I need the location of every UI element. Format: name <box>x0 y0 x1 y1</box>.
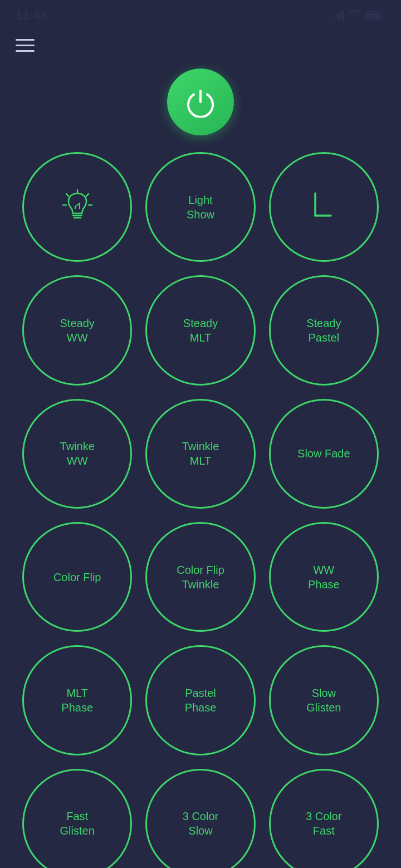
3-color-slow-button[interactable]: 3 ColorSlow <box>145 769 255 868</box>
light-show-label: LightShow <box>187 193 214 222</box>
slow-fade-label: Slow Fade <box>297 446 350 461</box>
bulb-button[interactable] <box>22 152 132 262</box>
3-color-slow-label: 3 ColorSlow <box>183 809 218 838</box>
fast-glisten-button[interactable]: FastGlisten <box>22 769 132 868</box>
bulb-icon <box>61 188 94 227</box>
3-color-fast-button[interactable]: 3 ColorFast <box>269 769 379 868</box>
ww-phase-label: WWPhase <box>308 563 340 592</box>
steady-ww-label: SteadyWW <box>60 316 95 345</box>
3-color-fast-label: 3 ColorFast <box>306 809 341 838</box>
fast-glisten-label: FastGlisten <box>60 809 95 838</box>
twinkle-ww-button[interactable]: TwinkeWW <box>22 399 132 509</box>
twinkle-mlt-label: TwinkleMLT <box>182 439 219 468</box>
status-time: 11:48 <box>16 8 47 23</box>
light-show-button[interactable]: LightShow <box>145 152 255 262</box>
clock-icon <box>304 188 343 227</box>
slow-glisten-button[interactable]: SlowGlisten <box>269 645 379 755</box>
wifi-icon <box>349 10 361 22</box>
steady-ww-button[interactable]: SteadyWW <box>22 275 132 385</box>
button-grid: LightShow SteadyWW SteadyMLT SteadyPaste… <box>0 152 401 868</box>
status-bar: 11:48 <box>0 0 401 28</box>
status-icons <box>330 10 385 22</box>
color-flip-twinkle-label: Color FlipTwinkle <box>177 563 224 592</box>
slow-glisten-label: SlowGlisten <box>306 686 341 715</box>
pastel-phase-label: PastelPhase <box>185 686 217 715</box>
mlt-phase-label: MLTPhase <box>61 686 93 715</box>
signal-icon <box>330 11 344 21</box>
svg-line-2 <box>86 194 89 196</box>
pastel-phase-button[interactable]: PastelPhase <box>145 645 255 755</box>
power-icon <box>185 86 216 118</box>
ww-phase-button[interactable]: WWPhase <box>269 522 379 632</box>
power-button[interactable] <box>167 69 234 135</box>
color-flip-label: Color Flip <box>53 570 101 584</box>
battery-icon <box>365 11 385 20</box>
mlt-phase-button[interactable]: MLTPhase <box>22 645 132 755</box>
twinkle-mlt-button[interactable]: TwinkleMLT <box>145 399 255 509</box>
twinkle-ww-label: TwinkeWW <box>60 439 95 468</box>
color-flip-twinkle-button[interactable]: Color FlipTwinkle <box>145 522 255 632</box>
power-section <box>0 57 401 152</box>
slow-fade-button[interactable]: Slow Fade <box>269 399 379 509</box>
steady-pastel-label: SteadyPastel <box>306 316 341 345</box>
clock-button[interactable] <box>269 152 379 262</box>
steady-mlt-label: SteadyMLT <box>183 316 218 345</box>
color-flip-button[interactable]: Color Flip <box>22 522 132 632</box>
steady-mlt-button[interactable]: SteadyMLT <box>145 275 255 385</box>
menu-button[interactable] <box>0 28 401 57</box>
steady-pastel-button[interactable]: SteadyPastel <box>269 275 379 385</box>
svg-line-1 <box>66 194 69 196</box>
